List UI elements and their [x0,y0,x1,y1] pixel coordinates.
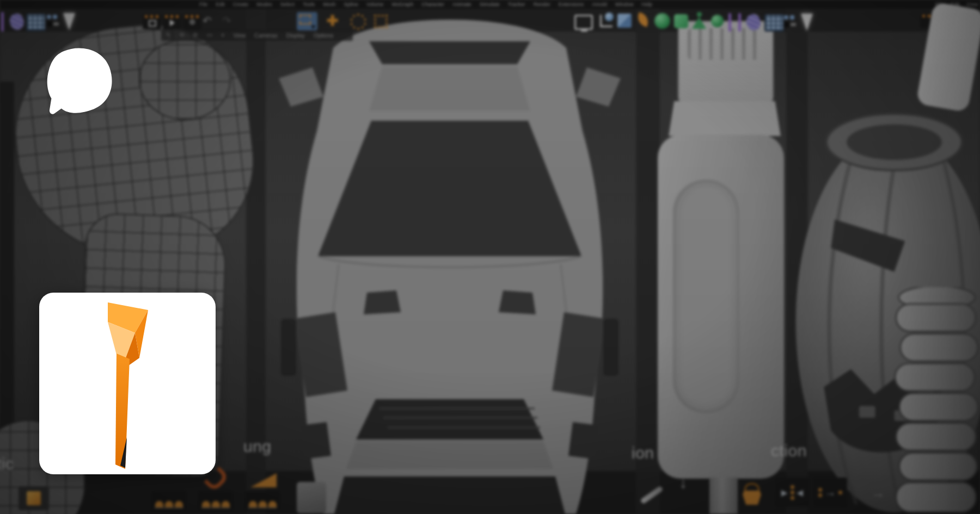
connector-inset [673,179,739,413]
deformer-icon[interactable] [674,14,688,28]
viewport-render-icon[interactable] [574,15,593,30]
cube-object-button[interactable] [19,486,49,510]
view-orbit-icon[interactable]: ⟲ [179,32,184,38]
menu-item-modes[interactable]: Modes [256,1,272,7]
car-model-top-view [262,14,637,514]
rope-coil-model [892,287,980,514]
array-brush-icon-2[interactable] [198,491,233,511]
hamburger-icon[interactable]: ≡ [221,32,224,38]
mini-tools-icon[interactable] [46,14,60,28]
patreon-logo [45,46,114,116]
menu-item-volume[interactable]: Volume [366,1,384,7]
car-lower-intake [334,476,565,514]
menu-item-character[interactable]: Character [421,1,444,7]
car-hood-vent-left [364,290,401,314]
creator-logo-card [39,293,216,474]
viewport-menu-view[interactable]: View [233,32,246,39]
matrix-grid-icon-2[interactable] [764,14,784,32]
subdivision-surface-icon[interactable] [654,13,670,29]
menu-item-render[interactable]: Render [534,1,550,7]
modeling-axis-icon[interactable] [600,15,612,27]
array-brush-icon-1[interactable] [151,491,186,511]
menu-item-spline[interactable]: Spline [344,1,358,7]
menu-item-extensions[interactable]: Extensions [559,1,584,7]
spotlight-icon-2[interactable] [801,14,813,31]
view-frame-icon[interactable]: ▭ [207,32,212,38]
caption-fragment-center: ion [632,444,654,462]
viewport-menu: ↰ ⟲ ⟳ ▭ ≡ View Cameras Display Options [161,29,353,41]
collage-seam [636,9,660,514]
pen-tool-icon-3[interactable] [738,13,741,32]
rotate-tool-icon[interactable] [350,14,366,30]
render-picture-viewer-button[interactable] [163,14,181,29]
menu-item-edit[interactable]: Edit [216,1,224,7]
render-settings-button[interactable]: ⚙ [183,14,201,29]
menu-item-tracker[interactable]: Tracker [508,1,525,7]
car-rear-window [369,41,530,64]
simulation-sphere-icon[interactable] [711,15,724,27]
connector-contacts [688,28,763,60]
push-together-icon[interactable]: ▶ ◀ [775,478,809,507]
spread-apart-icon[interactable]: → [813,478,847,507]
matrix-grid-icon[interactable] [26,14,46,31]
ramp-tool-icon[interactable] [250,473,277,487]
move-tool-icon[interactable]: ✚ [327,14,339,28]
menu-item-file[interactable]: File [199,1,207,7]
car-mirror-left [279,67,323,107]
view-back-icon[interactable]: ↰ [166,32,170,38]
pen-tool-icon[interactable] [1,12,4,32]
view-pan-icon[interactable]: ⟳ [193,32,198,38]
connector-tip [678,21,774,104]
undo-icon[interactable]: ↶ [203,15,212,26]
cube-primitive-icon[interactable] [617,14,632,28]
cube-model [297,482,326,513]
redo-icon[interactable]: ↷ [222,15,231,26]
viewport-menu-display[interactable]: Display [286,32,305,39]
wireframe-model-knuckle [139,39,231,120]
menu-item-animate[interactable]: Animate [452,1,471,7]
car-hood-vent-right [499,290,536,314]
menu-item-create[interactable]: Create [233,1,249,7]
menu-item-select[interactable]: Select [280,1,295,7]
menu-item-arnold[interactable]: Arnold [592,1,607,7]
mini-tools-icon-2[interactable] [783,15,797,29]
connector-cable [709,478,738,514]
car-mirror-right [576,67,621,107]
creator-logo [105,301,155,471]
menu-item-simulate[interactable]: Simulate [480,1,500,7]
menu-item-window[interactable]: Window [615,1,634,7]
menubar: File Edit Create Modes Select Tools Mesh… [199,1,652,7]
car-grille [356,399,543,439]
menu-item-mograph[interactable]: MoGraph [392,1,414,7]
render-view-button[interactable] [143,14,161,29]
left-panel-edge [0,82,14,471]
bucket-tool-icon[interactable] [743,483,761,505]
connector-body [658,135,784,479]
menu-item-help[interactable]: Help [642,1,653,7]
viewport-menu-cameras[interactable]: Cameras [254,32,278,39]
menu-item-mesh[interactable]: Mesh [323,1,335,7]
spotlight-icon[interactable] [63,13,75,30]
scale-tool-icon[interactable] [374,15,388,28]
menu-item-create-2[interactable]: Crea [966,1,978,7]
array-brush-icon-3[interactable] [245,491,280,511]
banner-stage: File Edit Create Modes Select Tools Mesh… [0,0,980,514]
caption-fragment-left: ung [243,437,272,456]
live-selection-tool[interactable]: ➤ [297,12,317,30]
right-arrow-icon[interactable]: → [871,486,885,500]
character-icon[interactable] [692,12,706,29]
caption-fragment-bottom-left: tic [0,455,14,473]
pen-tool-icon-2[interactable] [728,13,731,32]
viewport-menu-options[interactable]: Options [314,32,333,39]
caption-fragment-right: ction [771,442,807,460]
menu-item-tools[interactable]: Tools [303,1,315,7]
down-arrow-icon[interactable]: ↓ [679,475,687,491]
connector-collar [669,101,781,136]
